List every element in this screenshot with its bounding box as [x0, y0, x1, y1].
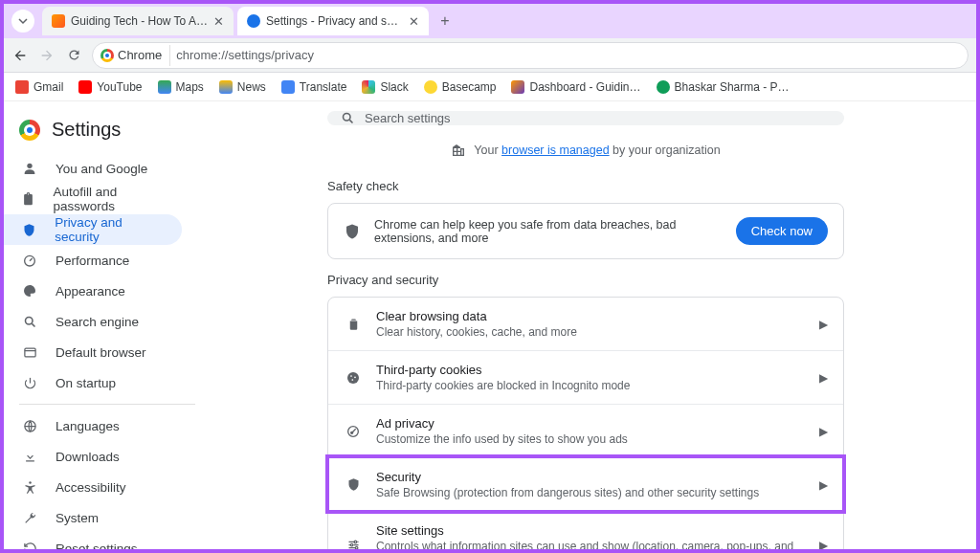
omnibox-chip-label: Chrome: [118, 48, 162, 62]
shield-icon: [344, 223, 361, 240]
section-privacy-security: Privacy and security: [327, 273, 844, 287]
tab-guiding-tech[interactable]: Guiding Tech - How To Articles ✕: [42, 7, 234, 35]
row-ad-privacy[interactable]: Ad privacyCustomize the info used by sit…: [328, 404, 843, 457]
sidebar-item-on-startup[interactable]: On startup: [4, 367, 182, 398]
search-settings-input[interactable]: Search settings: [327, 111, 844, 125]
svg-point-2: [25, 317, 33, 324]
close-icon[interactable]: ✕: [213, 14, 224, 29]
chevron-right-icon: ▶: [819, 371, 828, 385]
download-icon: [21, 450, 38, 464]
translate-icon: [281, 80, 295, 94]
sidebar-item-search-engine[interactable]: Search engine: [4, 306, 182, 337]
tab-title: Settings - Privacy and security: [266, 14, 403, 28]
svg-point-6: [344, 114, 351, 122]
omnibox[interactable]: Chrome chrome://settings/privacy: [92, 42, 969, 69]
bookmark-profile[interactable]: Bhaskar Sharma - P…: [657, 80, 790, 94]
managed-notice: Your browser is managed by your organiza…: [451, 143, 720, 158]
toolbar: Chrome chrome://settings/privacy: [4, 38, 976, 73]
sidebar: Settings You and Google Autofill and pas…: [4, 101, 195, 549]
svg-point-9: [354, 376, 356, 378]
globe-icon: [21, 419, 38, 433]
sidebar-item-privacy-security[interactable]: Privacy and security: [4, 214, 182, 245]
ad-icon: [344, 424, 363, 439]
wrench-icon: [21, 511, 38, 525]
chevron-right-icon: ▶: [819, 539, 828, 550]
sidebar-item-label: Search engine: [56, 315, 139, 329]
tab-settings[interactable]: Settings - Privacy and security ✕: [237, 7, 429, 35]
row-subtitle: Customize the info used by sites to show…: [376, 432, 806, 446]
close-icon[interactable]: ✕: [409, 14, 419, 29]
sidebar-item-autofill[interactable]: Autofill and passwords: [4, 184, 182, 214]
maps-icon: [158, 80, 171, 94]
shield-icon: [344, 477, 363, 492]
row-clear-browsing-data[interactable]: Clear browsing dataClear history, cookie…: [328, 298, 843, 350]
reload-button[interactable]: [65, 47, 82, 64]
search-icon: [21, 315, 38, 329]
sidebar-item-appearance[interactable]: Appearance: [4, 276, 182, 306]
bookmark-dashboard[interactable]: Dashboard - Guidin…: [511, 80, 640, 94]
sidebar-item-label: Autofill and passwords: [54, 185, 165, 213]
privacy-security-card: Clear browsing dataClear history, cookie…: [327, 297, 844, 549]
bookmark-maps[interactable]: Maps: [158, 80, 204, 94]
row-title: Ad privacy: [376, 416, 806, 431]
sidebar-item-label: Downloads: [56, 450, 120, 464]
sidebar-item-label: Accessibility: [56, 480, 126, 495]
row-site-settings[interactable]: Site settingsControls what information s…: [328, 511, 843, 549]
bookmarks-bar: Gmail YouTube Maps News Translate Slack …: [4, 73, 976, 101]
safety-check-text: Chrome can help keep you safe from data …: [374, 218, 723, 245]
sidebar-item-label: Languages: [56, 419, 120, 433]
sidebar-item-label: Privacy and security: [55, 215, 165, 244]
sidebar-header: Settings: [4, 113, 195, 152]
forward-button[interactable]: [38, 47, 56, 64]
speedometer-icon: [21, 253, 38, 268]
sidebar-item-label: You and Google: [56, 162, 147, 176]
sidebar-item-system[interactable]: System: [4, 502, 182, 533]
reset-icon: [21, 542, 38, 550]
bookmark-slack[interactable]: Slack: [362, 80, 408, 94]
sidebar-item-reset-settings[interactable]: Reset settings: [4, 533, 182, 549]
gmail-icon: [15, 80, 29, 94]
page-title: Settings: [52, 119, 121, 141]
sidebar-item-default-browser[interactable]: Default browser: [4, 337, 182, 367]
managed-text: Your: [474, 144, 501, 157]
sidebar-item-downloads[interactable]: Downloads: [4, 441, 182, 472]
search-placeholder: Search settings: [365, 111, 451, 125]
new-tab-button[interactable]: +: [433, 9, 457, 33]
bookmark-gmail[interactable]: Gmail: [15, 80, 63, 94]
sidebar-item-accessibility[interactable]: Accessibility: [4, 472, 182, 502]
row-subtitle: Third-party cookies are blocked in Incog…: [376, 379, 806, 392]
row-subtitle: Controls what information sites can use …: [376, 540, 806, 549]
row-title: Clear browsing data: [376, 309, 806, 323]
row-security[interactable]: SecuritySafe Browsing (protection from d…: [328, 457, 843, 511]
sidebar-item-performance[interactable]: Performance: [4, 245, 182, 276]
bookmark-youtube[interactable]: YouTube: [78, 80, 142, 94]
managed-link[interactable]: browser is managed: [501, 144, 610, 157]
sidebar-item-languages[interactable]: Languages: [4, 410, 182, 441]
bookmark-basecamp[interactable]: Basecamp: [424, 80, 497, 94]
bookmark-label: Bhaskar Sharma - P…: [675, 80, 790, 94]
chevron-right-icon: ▶: [819, 478, 828, 492]
bookmark-label: News: [237, 80, 266, 94]
row-third-party-cookies[interactable]: Third-party cookiesThird-party cookies a…: [328, 350, 843, 404]
chevron-right-icon: ▶: [819, 425, 828, 438]
sidebar-scroll[interactable]: You and Google Autofill and passwords Pr…: [4, 152, 195, 549]
check-now-button[interactable]: Check now: [736, 217, 828, 245]
row-title: Security: [376, 470, 806, 484]
sidebar-item-label: Default browser: [56, 345, 146, 360]
svg-point-8: [350, 375, 352, 377]
svg-point-5: [29, 481, 32, 484]
bookmark-translate[interactable]: Translate: [281, 80, 347, 94]
tab-search-button[interactable]: [11, 10, 34, 33]
omnibox-chip: Chrome: [97, 45, 170, 66]
bookmark-news[interactable]: News: [219, 80, 266, 94]
sidebar-separator: [19, 404, 195, 405]
svg-point-12: [351, 431, 353, 433]
sidebar-item-you-and-google[interactable]: You and Google: [4, 153, 182, 184]
accessibility-icon: [21, 480, 38, 495]
tab-title: Guiding Tech - How To Articles: [71, 14, 208, 28]
bookmark-label: Basecamp: [442, 80, 497, 94]
back-button[interactable]: [11, 47, 29, 64]
svg-point-0: [27, 164, 32, 168]
news-icon: [219, 80, 233, 94]
chrome-icon: [19, 120, 40, 141]
